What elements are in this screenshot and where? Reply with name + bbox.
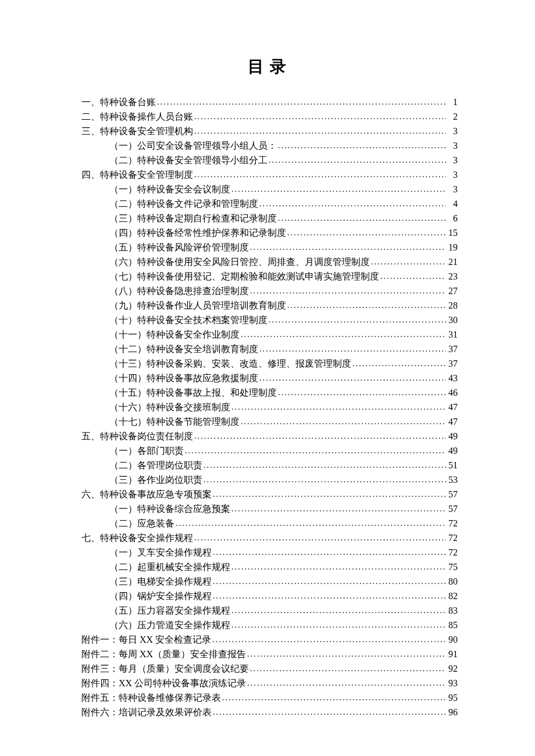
toc-entry-page: 19 — [447, 241, 458, 255]
toc-entry-page: 57 — [447, 488, 458, 501]
toc-entry-page: 85 — [447, 618, 458, 632]
toc-entry-leader — [231, 560, 446, 575]
toc-entry-leader — [241, 328, 446, 342]
toc-entry-leader — [212, 633, 446, 647]
page-title: 目录 — [81, 55, 458, 79]
toc-entry-leader — [247, 647, 446, 662]
toc-entry-page: 3 — [447, 124, 458, 138]
toc-entry-page: 3 — [447, 182, 458, 196]
toc-entry-page: 3 — [447, 153, 458, 167]
toc-entry-page: 75 — [447, 560, 458, 574]
toc-entry: 附件六：培训记录及效果评价表96 — [81, 705, 458, 720]
toc-entry-label: （一）公司安全设备管理领导小组人员： — [109, 139, 277, 153]
toc-entry-label: （十五）特种设备事故上报、和处理制度 — [109, 386, 277, 400]
toc-entry-label: （十六）特种设备交接班制度 — [109, 400, 230, 414]
toc-entry-leader — [213, 488, 446, 502]
toc-entry-label: （二）特种设备文件记录和管理制度 — [109, 197, 258, 211]
toc-entry-leader — [278, 386, 446, 400]
toc-entry-leader — [185, 444, 446, 458]
toc-entry-leader — [371, 255, 446, 270]
toc-entry-page: 80 — [447, 575, 458, 589]
toc-entry-label: （二）起重机械安全操作规程 — [109, 560, 230, 574]
toc-entry-leader — [287, 226, 446, 241]
toc-entry: 五、特种设备岗位责任制度49 — [81, 429, 458, 444]
toc-entry-page: 2 — [447, 110, 458, 124]
toc-entry-leader — [269, 313, 446, 328]
toc-entry-label: （十一）特种设备安全作业制度 — [109, 328, 240, 342]
toc-entry-page: 57 — [447, 502, 458, 516]
toc-entry: （二）起重机械安全操作规程75 — [109, 560, 458, 575]
toc-entry-leader — [278, 139, 446, 153]
toc-entry-label: （二）特种设备安全管理领导小组分工 — [109, 153, 268, 167]
toc-entry-page: 92 — [447, 662, 458, 676]
toc-entry-leader — [259, 197, 446, 212]
toc-entry-page: 47 — [447, 400, 458, 414]
toc-entry: （十）特种设备安全技术档案管理制度30 — [109, 313, 458, 328]
toc-entry-page: 28 — [447, 299, 458, 313]
toc-entry: （六）压力管道安全操作规程85 — [109, 618, 458, 633]
toc-entry-leader — [259, 342, 446, 357]
table-of-contents: 一、特种设备台账1二、特种设备操作人员台账2三、特种设备安全管理机构3（一）公司… — [81, 95, 458, 720]
toc-entry: （一）叉车安全操作规程72 — [109, 546, 458, 560]
toc-entry: （二）应急装备72 — [109, 517, 458, 531]
toc-entry-label: （十三）特种设备采购、安装、改造、修理、报废管理制度 — [109, 357, 351, 371]
toc-entry-label: （一）叉车安全操作规程 — [109, 546, 212, 560]
toc-entry-leader — [194, 110, 446, 124]
toc-entry-leader — [380, 270, 446, 284]
toc-entry: （一）特种设备综合应急预案57 — [109, 502, 458, 517]
toc-entry-label: （七）特种设备使用登记、定期检验和能效测试申请实施管理制度 — [109, 270, 379, 284]
toc-entry-page: 27 — [447, 284, 458, 298]
toc-entry-label: （一）特种设备安全会议制度 — [109, 182, 230, 196]
toc-entry: 三、特种设备安全管理机构3 — [81, 124, 458, 139]
toc-entry-label: （五）压力容器安全操作规程 — [109, 604, 230, 618]
toc-entry-leader — [241, 415, 446, 429]
document-page: 目录 一、特种设备台账1二、特种设备操作人员台账2三、特种设备安全管理机构3（一… — [0, 0, 535, 756]
toc-entry: （四）锅炉安全操作规程82 — [109, 589, 458, 604]
toc-entry-leader — [231, 182, 446, 197]
toc-entry-page: 1 — [447, 95, 458, 109]
toc-entry-label: （一）各部门职责 — [109, 444, 184, 458]
toc-entry-label: 附件四：XX 公司特种设备事故演练记录 — [81, 676, 246, 690]
toc-entry-page: 3 — [447, 139, 458, 153]
toc-entry-leader — [176, 517, 446, 531]
toc-entry-label: （十七）特种设备节能管理制度 — [109, 415, 240, 429]
toc-entry-label: 四、特种设备安全管理制度 — [81, 168, 193, 182]
toc-entry-page: 6 — [447, 212, 458, 225]
toc-entry: （三）各作业岗位职责53 — [109, 473, 458, 488]
toc-entry-leader — [352, 357, 446, 371]
toc-entry: （九）特种设备作业人员管理培训教育制度28 — [109, 299, 458, 313]
toc-entry: （十二）特种设备安全培训教育制度37 — [109, 342, 458, 357]
toc-entry-page: 83 — [447, 604, 458, 618]
toc-entry: （二）各管理岗位职责51 — [109, 458, 458, 473]
toc-entry: （五）特种设备风险评价管理制度19 — [109, 241, 458, 255]
toc-entry: （十四）特种设备事故应急救援制度43 — [109, 371, 458, 386]
toc-entry-page: 90 — [447, 633, 458, 647]
toc-entry: （十五）特种设备事故上报、和处理制度46 — [109, 386, 458, 400]
toc-entry-leader — [231, 400, 446, 415]
toc-entry-label: （六）压力管道安全操作规程 — [109, 618, 230, 632]
toc-entry: （六）特种设备使用安全风险日管控、周排查、月调度管理制度21 — [109, 255, 458, 270]
toc-entry-leader — [204, 458, 446, 473]
toc-entry-leader — [222, 691, 446, 705]
toc-entry-leader — [287, 299, 446, 313]
toc-entry-label: （三）特种设备定期自行检查和记录制度 — [109, 212, 277, 225]
toc-entry-page: 96 — [447, 705, 458, 719]
toc-entry-label: （四）特种设备经常性维护保养和记录制度 — [109, 226, 286, 240]
toc-entry: 附件五：特种设备维修保养记录表95 — [81, 691, 458, 705]
toc-entry-leader — [269, 153, 446, 168]
toc-entry-page: 31 — [447, 328, 458, 342]
toc-entry-label: （十二）特种设备安全培训教育制度 — [109, 342, 258, 356]
toc-entry-leader — [194, 124, 446, 139]
toc-entry-leader — [250, 662, 446, 676]
toc-entry-page: 49 — [447, 444, 458, 458]
toc-entry: 附件四：XX 公司特种设备事故演练记录93 — [81, 676, 458, 691]
toc-entry: （三）特种设备定期自行检查和记录制度6 — [109, 212, 458, 226]
toc-entry-label: （十四）特种设备事故应急救援制度 — [109, 371, 258, 385]
toc-entry-page: 49 — [447, 429, 458, 443]
toc-entry: （二）特种设备安全管理领导小组分工3 — [109, 153, 458, 168]
toc-entry-label: 附件五：特种设备维修保养记录表 — [81, 691, 221, 705]
toc-entry-label: 附件一：每日 XX 安全检查记录 — [81, 633, 211, 647]
toc-entry-label: 五、特种设备岗位责任制度 — [81, 429, 193, 443]
toc-entry: （五）压力容器安全操作规程83 — [109, 604, 458, 618]
toc-entry-page: 53 — [447, 473, 458, 487]
